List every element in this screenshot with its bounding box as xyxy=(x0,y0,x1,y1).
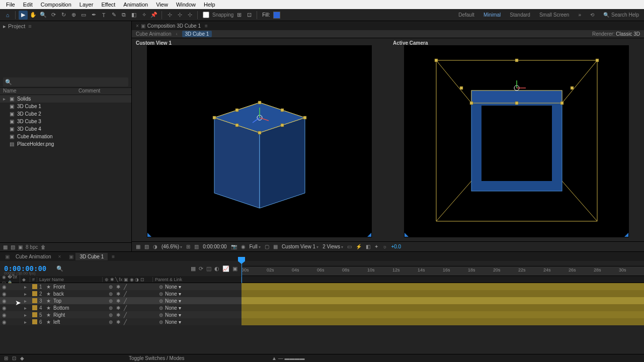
canvas-active-camera[interactable] xyxy=(404,45,629,237)
menu-effect[interactable]: Effect xyxy=(97,2,119,8)
layer-switches[interactable]: ⊕ ✱ ╱ xyxy=(109,319,159,325)
layer-switches[interactable]: ⊕ ✱ ╱ xyxy=(109,284,159,290)
views-dropdown[interactable]: 2 Views xyxy=(323,244,343,249)
comp-tab-close-icon[interactable]: × xyxy=(136,23,139,29)
label-swatch[interactable] xyxy=(32,284,37,289)
view-select-dropdown[interactable]: Custom View 1 xyxy=(282,244,318,249)
tab-close-icon[interactable]: × xyxy=(58,254,61,259)
layer-row[interactable]: ◉▸2★back⊕ ✱ ╱⊚None ▾ xyxy=(0,290,242,297)
menu-help[interactable]: Help xyxy=(200,2,219,8)
search-help-input[interactable]: Search Help xyxy=(611,12,639,18)
label-swatch[interactable] xyxy=(32,312,37,317)
workspace-standard[interactable]: Standard xyxy=(510,12,530,18)
label-swatch[interactable] xyxy=(32,298,37,303)
axis-world-icon[interactable]: ⊹ xyxy=(175,11,184,20)
pickwhip-icon[interactable]: ⊚ xyxy=(159,298,163,304)
transparency-icon[interactable]: ▦ xyxy=(273,244,278,249)
timeline-tab-cube[interactable]: 3D Cube 1 xyxy=(75,253,108,260)
reset-workspace-icon[interactable]: ⟲ xyxy=(590,12,594,18)
orbit-tool-icon[interactable]: ⟳ xyxy=(49,11,58,20)
layer-row[interactable]: ◉▸3★Top⊕ ✱ ╱⊚None ▾ xyxy=(0,297,242,304)
guides-icon[interactable]: ▥ xyxy=(194,244,199,249)
shy-icon[interactable]: ⟳ xyxy=(199,265,203,272)
expand-icon[interactable]: ▸ xyxy=(20,284,30,290)
zoom-slider-icon[interactable]: ▲ — ▬▬▬▬ xyxy=(272,355,304,361)
project-item-comp[interactable]: ▣3D Cube 2 xyxy=(0,110,131,118)
layer-row[interactable]: ◉▸1★Front⊕ ✱ ╱⊚None ▾ xyxy=(0,283,242,290)
layer-bar[interactable] xyxy=(242,290,644,297)
project-item-comp[interactable]: ▣3D Cube 3 xyxy=(0,118,131,125)
layer-switches[interactable]: ⊕ ✱ ╱ xyxy=(109,298,159,304)
workspace-default[interactable]: Default xyxy=(458,12,474,18)
magnify-icon[interactable]: ▦ xyxy=(136,244,140,249)
axis-view-icon[interactable]: ⊹ xyxy=(185,11,194,20)
menu-window[interactable]: Window xyxy=(172,2,200,8)
expand-icon[interactable]: ▸ xyxy=(20,312,30,318)
roto-tool-icon[interactable]: ✧ xyxy=(139,11,148,20)
pickwhip-icon[interactable]: ⊚ xyxy=(159,305,163,311)
menubar[interactable]: File Edit Composition Layer Effect Anima… xyxy=(0,0,644,9)
layer-bar[interactable] xyxy=(242,318,644,325)
visibility-icon[interactable]: ◉ xyxy=(2,298,7,304)
axis-local-icon[interactable]: ⊹ xyxy=(165,11,174,20)
new-folder-icon[interactable]: ▧ xyxy=(11,244,15,250)
parent-dropdown[interactable]: None ▾ xyxy=(165,284,181,290)
toggle-switches-button[interactable]: Toggle Switches / Modes xyxy=(129,355,185,361)
label-swatch[interactable] xyxy=(32,319,37,324)
tl-foot-icon[interactable]: ⊞ xyxy=(4,355,8,361)
lock-icon[interactable]: ▣ xyxy=(141,23,145,29)
label-swatch[interactable] xyxy=(32,305,37,310)
snapping-checkbox[interactable] xyxy=(203,12,209,18)
visibility-icon[interactable]: ◉ xyxy=(2,312,7,318)
res-icon[interactable]: ▧ xyxy=(144,244,149,249)
frame-blend-icon[interactable]: ◫ xyxy=(206,265,211,272)
project-panel-menu-icon[interactable]: ≡ xyxy=(28,23,31,29)
timeline-lock-icon[interactable]: ▣ xyxy=(69,254,73,259)
timeline-search-icon[interactable]: 🔍 xyxy=(56,265,63,272)
menu-file[interactable]: File xyxy=(2,2,19,8)
flowchart-icon[interactable]: ✦ xyxy=(374,244,378,249)
fast-preview-icon[interactable]: ⚡ xyxy=(356,244,362,249)
shape-tool-icon[interactable]: ▭ xyxy=(79,11,88,20)
zoom-dropdown[interactable]: (46.6%) xyxy=(162,244,182,249)
tl-foot-icon2[interactable]: ⊡ xyxy=(12,355,16,361)
canvas-custom-view[interactable] xyxy=(147,45,372,237)
puppet-tool-icon[interactable]: 📌 xyxy=(149,11,158,20)
new-comp-icon[interactable]: ▣ xyxy=(18,244,23,250)
home-icon[interactable]: ⌂ xyxy=(3,11,12,20)
pickwhip-icon[interactable]: ⊚ xyxy=(159,291,163,297)
viewer-left[interactable]: Custom View 1 xyxy=(132,38,387,241)
viewer-timecode[interactable]: 0:00:00:00 xyxy=(203,244,226,249)
tl-foot-icon3[interactable]: ◆ xyxy=(20,355,24,361)
layer-name[interactable]: back xyxy=(53,291,109,297)
menu-view[interactable]: View xyxy=(152,2,172,8)
comp-panel-menu-icon[interactable]: ≡ xyxy=(205,23,208,29)
zoom-tool-icon[interactable]: 🔍 xyxy=(39,11,48,20)
layer-bars[interactable] xyxy=(242,283,644,354)
layer-name[interactable]: Bottom xyxy=(53,305,109,311)
motion-blur-icon[interactable]: ◐ xyxy=(214,265,219,272)
snap-opt-icon[interactable]: ⊞ xyxy=(234,11,244,20)
snap-opt2-icon[interactable]: ⊡ xyxy=(245,11,254,20)
expand-icon[interactable]: ▸ xyxy=(20,319,30,325)
trash-icon[interactable]: 🗑 xyxy=(41,244,46,250)
workspace-overflow-icon[interactable]: » xyxy=(578,12,581,18)
time-ruler[interactable]: 00s02s04s06s08s10s12s14s16s18s20s22s24s2… xyxy=(242,266,644,276)
type-tool-icon[interactable]: T xyxy=(99,11,108,20)
pickwhip-icon[interactable]: ⊚ xyxy=(159,312,163,318)
snapshot-icon[interactable]: 📷 xyxy=(231,244,237,249)
layer-switches[interactable]: ⊕ ✱ ╱ xyxy=(109,312,159,318)
layer-row[interactable]: ◉▸6★left⊕ ✱ ╱⊚None ▾ xyxy=(0,318,242,325)
layer-bar[interactable] xyxy=(242,297,644,304)
layer-bar[interactable] xyxy=(242,311,644,318)
exposure-value[interactable]: +0.0 xyxy=(391,244,401,249)
layer-row[interactable]: ◉▸5★Right⊕ ✱ ╱⊚None ▾ xyxy=(0,311,242,318)
brush-tool-icon[interactable]: ✎ xyxy=(109,11,118,20)
parent-dropdown[interactable]: None ▾ xyxy=(165,319,181,325)
timeline-panel-menu-icon[interactable]: ≡ xyxy=(112,254,115,259)
hand-tool-icon[interactable]: ✋ xyxy=(29,11,38,20)
grid-icon[interactable]: ⊞ xyxy=(186,244,190,249)
timeline-icon[interactable]: ◧ xyxy=(366,244,370,249)
interpret-icon[interactable]: ▦ xyxy=(3,244,8,250)
selection-tool-icon[interactable]: ▶ xyxy=(19,11,28,20)
